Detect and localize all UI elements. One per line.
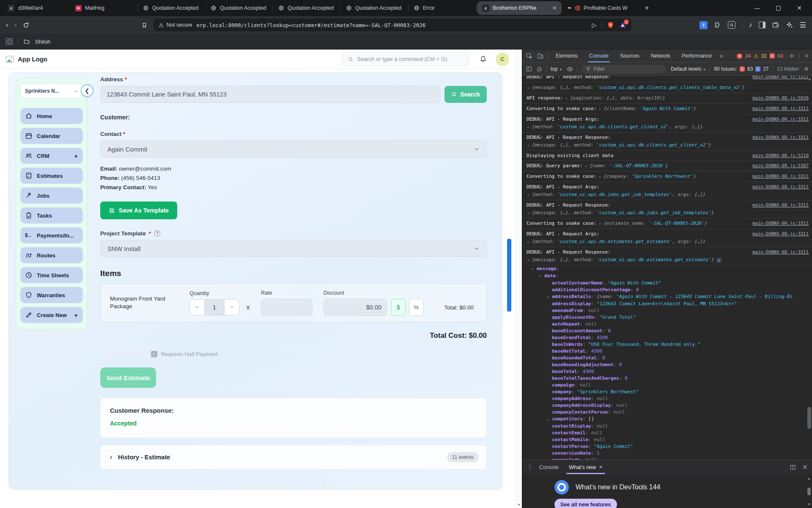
clear-console-icon[interactable] (536, 66, 543, 72)
drawer-tab-whats-new[interactable]: What's new✕ (565, 460, 607, 474)
console-sidebar-toggle-icon[interactable] (526, 66, 532, 72)
default-levels-select[interactable]: Default levels▼ (671, 66, 706, 72)
issues-count[interactable]: 63 (778, 53, 783, 58)
object-tree-row[interactable]: campaignnull (522, 382, 812, 389)
console-filter-input[interactable]: Filter (582, 65, 666, 74)
more-tabs-icon[interactable]: » (719, 52, 723, 60)
console-entry[interactable]: Converting to snake case: ▸{estimate_nam… (522, 218, 812, 229)
object-tree-row[interactable]: companyAddressnull (522, 395, 812, 402)
console-entry[interactable]: DEBUG: API - Request Args: main-DUBNX-6R… (522, 229, 812, 247)
search-button[interactable]: Search (444, 86, 487, 103)
close-devtools-icon[interactable]: ✕ (804, 53, 809, 59)
object-tree-row[interactable]: company"Sprinklers Northwest" (522, 389, 812, 395)
sidebar-item-payments[interactable]: $←Payments/In... (20, 227, 83, 243)
console-entry[interactable]: ▸ {message: {…}, method: 'custom_ui.api.… (522, 82, 812, 93)
notifications-bell-icon[interactable] (479, 55, 487, 63)
browser-tab[interactable]: ✒Profitable Casts W (562, 1, 638, 15)
browser-tab-active[interactable]: eBrotherton ERPNe✕ (477, 1, 562, 15)
address-input[interactable]: 123643 Commit Lane Saint Paul, MN 55123 (100, 86, 440, 103)
devtools-tab-performance[interactable]: Performance (678, 50, 716, 62)
object-tree-row[interactable]: applyDiscountOn"Grand Total" (522, 314, 812, 321)
object-tree-row[interactable]: baseInWords"USD Four Thousand, Three Hun… (522, 341, 812, 348)
drawer-split-icon[interactable] (790, 464, 796, 471)
expand-arrow-icon[interactable]: ▸ (527, 210, 529, 217)
console-entry[interactable]: Converting to snake case: ▸{company: 'Sp… (522, 171, 812, 182)
discount-dollar-toggle[interactable]: $ (391, 299, 406, 316)
extensions-puzzle-icon[interactable] (714, 21, 721, 29)
object-tree-row[interactable]: ▸competitors[] (522, 416, 812, 423)
console-entry[interactable]: API response: ▸{pagination: {…}, data: A… (522, 93, 812, 104)
source-link[interactable]: main-DUBNX-6R.js:3311 (752, 173, 809, 179)
tree-expander-icon[interactable]: ▾ (539, 273, 544, 280)
company-selector[interactable]: Sprinklers N... (20, 83, 83, 99)
quantity-decrement-button[interactable] (189, 299, 205, 315)
issues-summary[interactable]: 90 Issues: !63 !27 (714, 66, 768, 72)
ai-sparkle-icon[interactable] (786, 21, 793, 29)
browser-tab[interactable]: Quotation Accepted (138, 1, 206, 15)
browser-tab[interactable]: Quotation Accepted (206, 1, 273, 15)
discount-input[interactable]: $0.00 (324, 299, 387, 316)
device-toolbar-icon[interactable] (537, 52, 544, 60)
drawer-tab-console[interactable]: Console (535, 460, 563, 474)
settings-gear-icon[interactable]: ⚙ (790, 53, 794, 59)
object-tree-row[interactable]: baseTotal4300 (522, 368, 812, 375)
object-tree-row[interactable]: addressDisplay"123643 Commit Lane<br>\nS… (522, 301, 812, 307)
expand-arrow-icon[interactable]: ▾ (527, 257, 529, 264)
object-tree-row[interactable]: baseTotalTaxesAndCharges0 (522, 375, 812, 382)
scroll-down-arrow[interactable]: ▼ (517, 503, 521, 507)
address-bar[interactable]: ⚠Not secure erp.local:8000/clients?looku… (154, 19, 631, 31)
live-expression-eye-icon[interactable] (566, 66, 573, 73)
expand-arrow-icon[interactable]: ▸ (527, 239, 529, 246)
source-link[interactable]: main-DUBNX-6R.js:3311 (752, 76, 809, 80)
new-tab-button[interactable]: + (642, 3, 652, 13)
project-template-select[interactable]: SNW Install (100, 240, 487, 257)
quantity-increment-button[interactable] (224, 299, 239, 315)
drawer-kebab-icon[interactable]: ⋮ (527, 463, 533, 471)
object-tree-row[interactable]: baseDiscountAmount0 (522, 328, 812, 334)
kebab-menu-icon[interactable]: ⋮ (797, 53, 802, 59)
expand-arrow-icon[interactable]: ▸ (527, 192, 529, 199)
tree-expander-icon[interactable]: ▾ (532, 266, 537, 273)
see-all-features-button[interactable]: See all new features (554, 499, 617, 508)
browser-tab[interactable]: Quotation Accepted (273, 1, 341, 15)
source-link[interactable]: main-DUBNX-6R.js:3311 (752, 134, 809, 141)
rate-input[interactable] (261, 299, 313, 316)
console-scroll-up-arrow[interactable]: ▲ (809, 77, 811, 81)
object-tree-row[interactable]: companyAddressDisplaynull (522, 402, 812, 409)
app-logo[interactable]: App Logo (18, 55, 47, 63)
source-link[interactable]: main-DUBNX-6R.js:5026 (752, 94, 809, 101)
sidebar-collapse-button[interactable]: ❮ (81, 84, 93, 97)
console-settings-icon[interactable]: ⚙ (804, 66, 809, 72)
media-control-icon[interactable]: ♪ (749, 21, 752, 29)
source-link[interactable]: main-DUBNX-6R.js:5210 (752, 152, 809, 159)
sidebar-item-crm[interactable]: CRM+ (20, 148, 83, 164)
object-tree-row[interactable]: contactPerson"Again Commit" (522, 443, 812, 450)
url-text[interactable]: erp.local:8000/clients?lookup=customer#/… (196, 22, 425, 28)
object-tree-row[interactable]: companyContactPersonnull (522, 409, 812, 416)
expand-arrow-icon[interactable]: ▸ (527, 124, 529, 131)
object-tree-row[interactable]: ▾data (522, 273, 812, 280)
browser-tab[interactable]: mMailHog (70, 1, 138, 15)
sidebar-item-estimates[interactable]: Estimates (20, 168, 83, 184)
minimize-button[interactable]: — (754, 5, 760, 11)
sidebar-item-tasks[interactable]: Tasks (20, 207, 83, 224)
object-tree-row[interactable]: ▾message (522, 265, 812, 273)
console-entry[interactable]: DEBUG: API - Request Response: main-DUBN… (522, 133, 812, 151)
source-link[interactable]: main-DUBNX-6R.js:3311 (752, 105, 809, 112)
object-tree-row[interactable]: additionalDiscountPercentage0 (522, 287, 812, 293)
devtools-tab-console[interactable]: Console (585, 50, 612, 62)
console-entry[interactable]: DEBUG: API - Request Args: main-DUBNX-6R… (522, 114, 812, 133)
wallet-icon[interactable] (772, 21, 779, 29)
history-section[interactable]: History - Estimate 11 events (100, 445, 487, 469)
expand-arrow-icon[interactable]: ▸ (599, 221, 601, 227)
console-entry[interactable]: DEBUG: API - Request Args: main-DUBNX-6R… (522, 182, 812, 200)
command-search-input[interactable]: Search or type a command (Ctrl + G) (342, 52, 469, 66)
security-status[interactable]: ⚠Not secure (159, 22, 192, 28)
tree-expander-icon[interactable]: ▸ (547, 416, 552, 423)
source-link[interactable]: main-DUBNX-6R.js:3311 (752, 230, 809, 237)
object-tree-row[interactable]: baseRoundingAdjustment0 (522, 362, 812, 368)
discount-percent-toggle[interactable]: % (409, 299, 423, 316)
source-link[interactable]: main-DUBNX-6R.js:3311 (752, 202, 809, 208)
source-link[interactable]: main-DUBNX-6R.js:3311 (752, 116, 809, 122)
user-avatar[interactable]: C (496, 52, 509, 66)
